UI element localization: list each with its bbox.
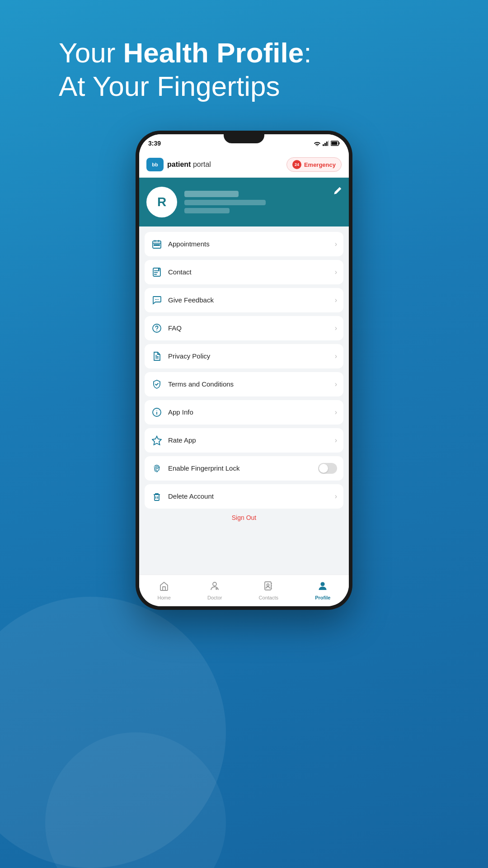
nav-item-contacts[interactable]: Contacts: [252, 579, 286, 602]
svg-rect-14: [158, 245, 160, 245]
menu-item-rate-app[interactable]: Rate App ›: [145, 428, 343, 453]
logo-icon: bb: [146, 158, 164, 171]
bottom-nav: Home Doctor: [139, 575, 349, 606]
battery-icon: [331, 141, 340, 146]
nav-item-profile[interactable]: Profile: [308, 579, 338, 602]
menu-item-give-feedback[interactable]: Give Feedback ›: [145, 288, 343, 312]
menu-item-contact[interactable]: Contact ›: [145, 260, 343, 284]
svg-rect-1: [323, 144, 324, 146]
profile-nav-label: Profile: [315, 595, 330, 600]
privacy-policy-label: Privacy Policy: [168, 352, 210, 360]
calendar-icon: [151, 238, 163, 250]
profile-extra-blur: [184, 208, 230, 213]
rate-app-chevron: ›: [335, 436, 337, 444]
svg-point-20: [155, 299, 156, 300]
profile-header: R: [139, 178, 349, 226]
profile-email-blur: [184, 200, 266, 205]
appointments-chevron: ›: [335, 240, 337, 248]
menu-list: Appointments › Cont: [139, 226, 349, 575]
svg-point-30: [156, 410, 157, 411]
menu-item-privacy-policy[interactable]: Privacy Policy ›: [145, 344, 343, 368]
phone-screen: 3:39: [139, 134, 349, 606]
signal-icon: [323, 141, 329, 146]
faq-label: FAQ: [168, 324, 182, 332]
phone-notch: [224, 131, 264, 143]
menu-item-appointments[interactable]: Appointments ›: [145, 232, 343, 256]
hero-line1-normal: Your: [59, 37, 123, 68]
emergency-button[interactable]: 24 Emergency: [286, 157, 342, 172]
hero-line2: At Your Fingertips: [59, 70, 429, 103]
info-icon: [151, 406, 163, 418]
hero-section: Your Health Profile: At Your Fingertips: [59, 36, 429, 104]
emergency-label: Emergency: [304, 161, 336, 168]
contact-icon: [151, 266, 163, 278]
edit-profile-button[interactable]: [333, 187, 342, 198]
svg-point-22: [158, 299, 159, 300]
rate-app-label: Rate App: [168, 436, 196, 444]
nav-item-doctor[interactable]: Doctor: [200, 579, 229, 602]
menu-item-faq[interactable]: FAQ ›: [145, 316, 343, 340]
star-icon: [151, 434, 163, 446]
svg-point-35: [213, 582, 216, 586]
document-icon: [151, 350, 163, 362]
give-feedback-chevron: ›: [335, 296, 337, 304]
app-info-chevron: ›: [335, 408, 337, 416]
svg-rect-13: [156, 245, 158, 245]
emergency-24-badge: 24: [292, 160, 301, 169]
logo-text: patient portal: [167, 160, 211, 169]
doctor-nav-label: Doctor: [207, 595, 222, 600]
wifi-icon: [314, 141, 321, 146]
svg-rect-32: [155, 495, 159, 500]
home-nav-label: Home: [158, 595, 171, 600]
svg-point-21: [156, 299, 157, 300]
contact-chevron: ›: [335, 268, 337, 276]
svg-point-23: [153, 324, 161, 332]
nav-item-home[interactable]: Home: [150, 579, 178, 602]
status-time: 3:39: [148, 140, 161, 147]
privacy-policy-chevron: ›: [335, 352, 337, 360]
terms-conditions-label: Terms and Conditions: [168, 380, 234, 388]
fingerprint-icon: [151, 462, 163, 474]
svg-rect-2: [324, 143, 326, 146]
logo-area: bb patient portal: [146, 158, 211, 171]
phone-frame: 3:39: [136, 131, 352, 610]
sign-out-partial: Sign Out: [145, 512, 343, 522]
svg-rect-3: [326, 142, 328, 146]
delete-account-label: Delete Account: [168, 492, 214, 500]
doctor-icon: [210, 581, 220, 594]
svg-point-24: [156, 330, 157, 331]
profile-name-blur: [184, 191, 239, 197]
contact-label: Contact: [168, 268, 192, 276]
svg-marker-31: [152, 436, 161, 445]
fingerprint-lock-label: Enable Fingerprint Lock: [168, 464, 239, 472]
contacts-nav-label: Contacts: [259, 595, 278, 600]
menu-item-fingerprint-lock[interactable]: Enable Fingerprint Lock: [145, 456, 343, 481]
shield-icon: [151, 378, 163, 390]
trash-icon: [151, 491, 163, 502]
app-info-label: App Info: [168, 408, 193, 416]
menu-item-app-info[interactable]: App Info ›: [145, 400, 343, 425]
svg-rect-4: [328, 141, 329, 146]
svg-point-37: [267, 584, 269, 586]
menu-item-delete-account[interactable]: Delete Account ›: [145, 484, 343, 509]
profile-info: [184, 191, 342, 213]
give-feedback-label: Give Feedback: [168, 296, 214, 304]
app-header: bb patient portal 24 Emergency: [139, 152, 349, 178]
svg-point-0: [317, 145, 318, 146]
svg-rect-12: [154, 245, 155, 245]
svg-rect-7: [332, 142, 338, 145]
menu-item-terms-conditions[interactable]: Terms and Conditions ›: [145, 372, 343, 396]
appointments-label: Appointments: [168, 240, 210, 248]
profile-icon: [318, 581, 328, 594]
status-icons: [314, 141, 340, 146]
help-icon: [151, 322, 163, 334]
contacts-icon: [263, 581, 273, 594]
fingerprint-lock-toggle[interactable]: [318, 463, 337, 474]
svg-rect-19: [158, 268, 160, 270]
svg-rect-6: [339, 142, 340, 144]
feedback-icon: [151, 294, 163, 306]
avatar: R: [146, 187, 177, 217]
delete-account-chevron: ›: [335, 492, 337, 500]
terms-conditions-chevron: ›: [335, 380, 337, 388]
home-icon: [159, 581, 169, 594]
